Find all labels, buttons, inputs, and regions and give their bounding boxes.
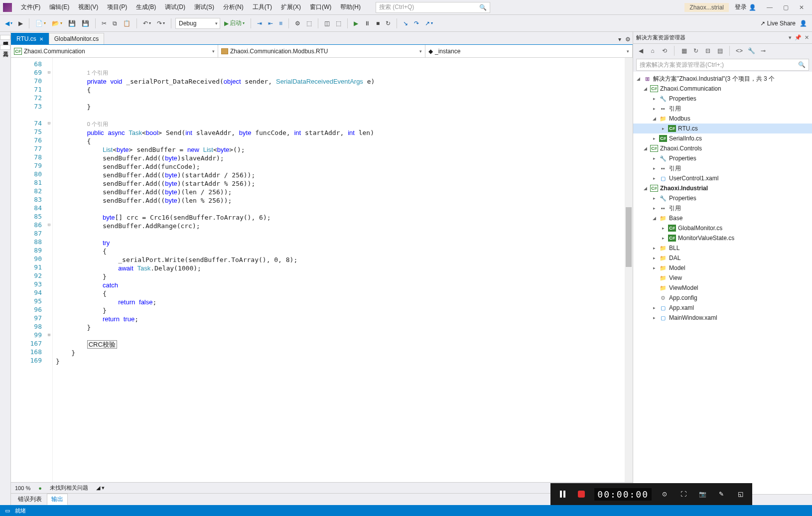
rec-pip-icon[interactable]: ◱ (734, 488, 746, 500)
config-combo[interactable]: Debug (175, 18, 220, 29)
run-button[interactable]: ▶ (352, 18, 360, 28)
props-icon[interactable]: ▤ (715, 46, 724, 55)
menu-project[interactable]: 项目(P) (103, 1, 131, 13)
pause-button[interactable]: ⏸ (362, 18, 372, 28)
nav-fwd-button[interactable]: ▶ (16, 18, 25, 28)
sync-icon[interactable]: ⟲ (660, 46, 669, 55)
menu-window[interactable]: 窗口(W) (306, 1, 335, 13)
nav-class-combo[interactable]: Zhaoxi.Communication.Modbus.RTU (218, 45, 425, 57)
user-badge[interactable]: Zhaox...strial (684, 3, 729, 12)
rec-edit-icon[interactable]: ✎ (715, 488, 727, 500)
tab-error-list[interactable]: 错误列表 (14, 494, 46, 505)
code-editor[interactable]: 686970717273 747576777879808182838485868… (11, 58, 633, 482)
open-button[interactable]: 📂▾ (50, 18, 64, 28)
menu-debug[interactable]: 调试(D) (161, 1, 189, 13)
step-button-1[interactable]: ⇥ (255, 18, 264, 28)
nav-back-button[interactable]: ◀▾ (3, 18, 14, 28)
back-icon[interactable]: ◀ (636, 46, 645, 55)
tree-references[interactable]: ▸▪▪引用 (633, 104, 812, 114)
tree-project-2[interactable]: ◢C#Zhaoxi.Controls (633, 143, 812, 153)
tree-folder-dal[interactable]: ▸📁DAL (633, 253, 812, 263)
tab-dropdown-icon[interactable]: ▾ (616, 34, 623, 44)
rec-camera-icon[interactable]: 📷 (696, 488, 708, 500)
menu-test[interactable]: 测试(S) (190, 1, 218, 13)
tree-solution[interactable]: ◢⊞解决方案"Zhaoxi.Industrial"(3 个项目，共 3 个 (633, 74, 812, 84)
tool-button-a[interactable]: ⚙ (293, 18, 302, 28)
tree-properties-2[interactable]: ▸🔧Properties (633, 153, 812, 163)
tab-gear-icon[interactable]: ⚙ (623, 34, 633, 44)
stepout-button[interactable]: ↗▾ (423, 18, 435, 28)
undo-button[interactable]: ↶▾ (141, 18, 153, 28)
tree-properties-3[interactable]: ▸🔧Properties (633, 193, 812, 203)
tool-button-c[interactable]: ◫ (322, 18, 332, 28)
tree-file-mvs[interactable]: ▸C#MonitorValueState.cs (633, 233, 812, 243)
account-icon[interactable]: 👤 (798, 18, 809, 28)
menu-build[interactable]: 生成(B) (132, 1, 160, 13)
stepover-button[interactable]: ↷ (412, 18, 421, 28)
solution-tree[interactable]: ◢⊞解决方案"Zhaoxi.Industrial"(3 个项目，共 3 个 ◢C… (633, 72, 812, 494)
code-content[interactable]: 1 个引用 private void _serialPort_DataRecei… (53, 58, 633, 482)
menu-tools[interactable]: 工具(T) (249, 1, 276, 13)
global-search-input[interactable]: 搜索 (Ctrl+Q)🔍 (376, 2, 490, 13)
start-button[interactable]: ▶ 启动▾ (222, 17, 247, 29)
redo-button[interactable]: ↷▾ (155, 18, 167, 28)
scrollbar-thumb[interactable] (626, 207, 632, 267)
tree-properties[interactable]: ▸🔧Properties (633, 94, 812, 104)
cut-button[interactable]: ✂ (100, 18, 109, 28)
tab-rtu[interactable]: RTU.cs✕ (11, 33, 49, 44)
collapse-icon[interactable]: ⊟ (703, 46, 712, 55)
stop-button[interactable]: ■ (374, 18, 382, 28)
rec-pause-button[interactable] (556, 488, 568, 500)
comment-button[interactable]: ≡ (277, 18, 284, 28)
tree-file-mainwindow[interactable]: ▸▢MainWindow.xaml (633, 313, 812, 323)
copy-button[interactable]: ⧉ (111, 18, 119, 28)
tree-folder-model[interactable]: ▸📁Model (633, 263, 812, 273)
tree-file-appxaml[interactable]: ▸▢App.xaml (633, 303, 812, 313)
live-share-button[interactable]: ↗Live Share (760, 20, 796, 27)
tree-folder-vm[interactable]: 📁ViewModel (633, 283, 812, 293)
tree-file-rtu[interactable]: ▸C#RTU.cs (633, 124, 812, 133)
close-button[interactable]: ✕ (794, 4, 809, 11)
rail-server-explorer[interactable]: 服务器资源管理器 (0, 35, 10, 40)
menu-analyze[interactable]: 分析(N) (219, 1, 248, 13)
tab-output[interactable]: 输出 (47, 494, 68, 505)
maximize-button[interactable]: ▢ (778, 4, 793, 11)
save-all-button[interactable]: 💾 (80, 18, 91, 28)
tree-project-3[interactable]: ◢C#Zhaoxi.Industrial (633, 183, 812, 193)
tree-folder-base[interactable]: ◢📁Base (633, 213, 812, 223)
tree-folder-modbus[interactable]: ◢📁Modbus (633, 114, 812, 124)
editor-scrollbar[interactable] (625, 58, 633, 482)
rec-expand-icon[interactable]: ⛶ (677, 488, 689, 500)
home-icon[interactable]: ⌂ (648, 46, 657, 55)
rail-toolbox[interactable]: 工具箱 (0, 45, 10, 50)
tree-project-1[interactable]: ◢C#Zhaoxi.Communication (633, 84, 812, 94)
restart-button[interactable]: ↻ (384, 18, 393, 28)
wrench-icon[interactable]: 🔧 (747, 46, 756, 55)
menu-view[interactable]: 视图(V) (74, 1, 102, 13)
showall-icon[interactable]: ▦ (679, 46, 688, 55)
panel-close-icon[interactable]: ✕ (805, 34, 809, 41)
fold-column[interactable]: ⊟ ⊟ ⊟ ⊞ (46, 58, 53, 482)
more-icon[interactable]: ⊸ (759, 46, 768, 55)
nav-member-combo[interactable]: ◆_instance (425, 45, 633, 57)
panel-menu-icon[interactable]: ▾ (789, 34, 792, 41)
panel-pin-icon[interactable]: 📌 (795, 34, 802, 41)
menu-file[interactable]: 文件(F) (17, 1, 44, 13)
rec-record-button[interactable] (575, 488, 587, 500)
menu-edit[interactable]: 编辑(E) (45, 1, 73, 13)
tree-file-uc[interactable]: ▸▢UserControl1.xaml (633, 173, 812, 183)
panel-search-input[interactable]: 搜索解决方案资源管理器(Ctrl+;)🔍 (636, 59, 809, 71)
paste-button[interactable]: 📋 (121, 18, 133, 28)
tree-folder-bll[interactable]: ▸📁BLL (633, 243, 812, 253)
new-button[interactable]: 📄▾ (33, 18, 48, 28)
stepinto-button[interactable]: ↘ (401, 18, 410, 28)
tree-file-gm[interactable]: ▸C#GlobalMonitor.cs (633, 223, 812, 233)
rec-focus-icon[interactable]: ⊙ (659, 488, 671, 500)
refresh-icon[interactable]: ↻ (691, 46, 700, 55)
tool-button-b[interactable]: ⬚ (304, 18, 314, 28)
tree-file-appconfig[interactable]: ⚙App.config (633, 293, 812, 303)
zoom-combo[interactable]: 100 % (15, 485, 30, 491)
tree-references-2[interactable]: ▸▪▪引用 (633, 163, 812, 173)
login-button[interactable]: 登录👤 (735, 3, 756, 11)
menu-help[interactable]: 帮助(H) (336, 1, 365, 13)
